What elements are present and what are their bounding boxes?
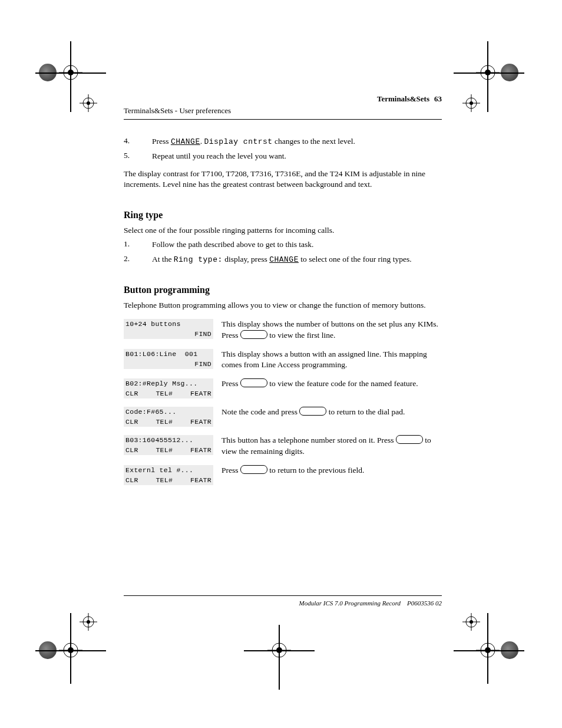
screen-description: This button has a telephone number store… <box>222 435 442 456</box>
softkey-featr: FEATR <box>190 475 211 485</box>
lcd-screen: B02:#Reply Msg... CLRTEL#FEATR <box>124 378 213 398</box>
crop-bar-icon <box>70 613 71 684</box>
nav-key-icon <box>240 465 267 474</box>
softkey-find: FIND <box>194 359 211 369</box>
nav-key-icon <box>299 407 326 416</box>
register-mark-icon <box>80 94 97 112</box>
crop-bar-icon <box>35 650 106 651</box>
softkey-find: FIND <box>194 329 211 339</box>
step-number: 1. <box>124 239 152 250</box>
step-number: 5. <box>124 151 152 162</box>
screen-description: This display shows the number of buttons… <box>222 319 442 340</box>
crop-bar-icon <box>279 625 280 690</box>
step-body: Press CHANGE. Display cntrst changes to … <box>152 136 442 147</box>
lcd-screen: B03:160455512... CLRTEL#FEATR <box>124 435 213 455</box>
crop-bar-icon <box>70 41 71 112</box>
step-body: Follow the path described above to get t… <box>152 239 442 250</box>
screen-description: Note the code and press to return to the… <box>222 407 442 417</box>
footer-rule <box>124 595 442 596</box>
crop-bar-icon <box>244 650 315 651</box>
nav-key-icon <box>240 330 267 339</box>
softkey-featr: FEATR <box>190 417 211 427</box>
nav-key-icon <box>240 378 267 387</box>
lcd-label: Ring type: <box>174 255 223 264</box>
softkey-tel: TEL# <box>156 417 173 427</box>
screen-description: Press to view the feature code for the n… <box>222 378 442 389</box>
section-title-ring: Ring type <box>124 210 442 220</box>
header-rule <box>124 119 442 120</box>
step-number: 2. <box>124 254 152 265</box>
screen-description: Press to return to the previous field. <box>222 465 442 476</box>
softkey-tel: TEL# <box>156 445 173 455</box>
nav-key-icon <box>396 435 423 444</box>
lcd-screen: Code:F#65... CLRTEL#FEATR <box>124 407 213 427</box>
crop-bar-icon <box>487 613 488 684</box>
step-number: 4. <box>124 136 152 147</box>
softkey-clr: CLR <box>125 417 138 427</box>
softkey-featr: FEATR <box>190 388 211 398</box>
screen-description: This display shows a button with an assi… <box>222 349 442 370</box>
register-mark-icon <box>462 613 480 631</box>
page-title: Terminals&Sets <box>377 94 429 104</box>
step-body: At the Ring type: display, press CHANGE … <box>152 254 442 265</box>
softkey-featr: FEATR <box>190 445 211 455</box>
paragraph: The display contrast for T7100, T7208, T… <box>124 169 442 190</box>
section-title-btnprog: Button programming <box>124 285 442 295</box>
softkey-change: CHANGE <box>171 137 200 146</box>
softkey-tel: TEL# <box>156 388 173 398</box>
crop-bar-icon <box>35 73 106 74</box>
paragraph: Select one of the four possible ringing … <box>124 225 442 236</box>
softkey-change: CHANGE <box>269 255 299 264</box>
breadcrumb: Terminals&Sets - User preferences <box>124 106 442 116</box>
crop-bar-icon <box>454 650 524 651</box>
lcd-screen: Externl tel #... CLRTEL#FEATR <box>124 465 213 485</box>
softkey-tel: TEL# <box>156 475 173 485</box>
register-mark-icon <box>80 613 97 631</box>
crop-bar-icon <box>487 41 488 112</box>
softkey-clr: CLR <box>125 445 138 455</box>
softkey-clr: CLR <box>125 475 138 485</box>
register-mark-icon <box>462 94 480 112</box>
softkey-clr: CLR <box>125 388 138 398</box>
lcd-screen: B01:L06:Line 001 FIND <box>124 349 213 369</box>
page-number: 63 <box>434 94 442 104</box>
footer-text: Modular ICS 7.0 Programming Record P0603… <box>124 599 442 607</box>
crop-bar-icon <box>454 73 524 74</box>
step-body: Repeat until you reach the level you wan… <box>152 151 442 162</box>
lcd-screen: 10+24 buttons FIND <box>124 319 213 339</box>
paragraph: Telephone Button programming allows you … <box>124 300 442 311</box>
lcd-label: Display cntrst <box>204 137 272 146</box>
